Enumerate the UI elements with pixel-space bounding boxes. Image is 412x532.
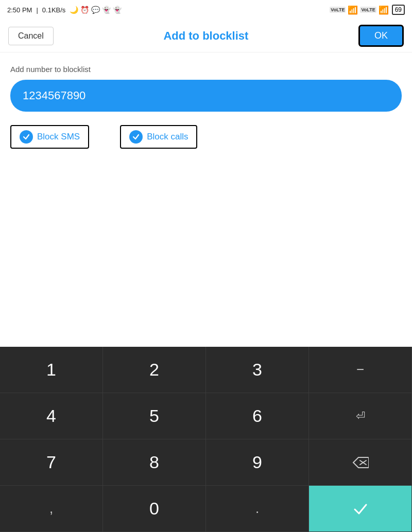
key-comma[interactable]: ,	[0, 486, 103, 532]
key-return[interactable]: ⏎	[309, 393, 412, 439]
status-time-speed: 2:50 PM | 0.1KB/s 🌙 ⏰ 💬 👻 👻	[7, 6, 122, 14]
number-input[interactable]	[10, 80, 402, 112]
key-8[interactable]: 8	[103, 439, 206, 486]
key-period[interactable]: .	[206, 486, 309, 532]
key-minus[interactable]: −	[309, 347, 412, 393]
key-delete[interactable]	[309, 439, 412, 486]
keyboard-grid: 1 2 3 − 4 5 6 ⏎ 7 8 9 , 0 .	[0, 347, 412, 532]
key-3[interactable]: 3	[206, 347, 309, 393]
status-icons: 🌙 ⏰ 💬 👻 👻	[70, 6, 122, 14]
key-5[interactable]: 5	[103, 393, 206, 439]
status-separator: |	[36, 6, 38, 14]
volte-badge-2: VoLTE	[360, 7, 376, 13]
key-1[interactable]: 1	[0, 347, 103, 393]
status-bar: 2:50 PM | 0.1KB/s 🌙 ⏰ 💬 👻 👻 VoLTE 📶 VoLT…	[0, 0, 412, 20]
signal-bars-1: 📶	[348, 5, 358, 15]
cancel-button[interactable]: Cancel	[8, 27, 54, 45]
main-content: Add number to blocklist Block SMS Block …	[0, 52, 412, 157]
page-title: Add to blocklist	[163, 29, 248, 43]
block-sms-check-icon	[20, 130, 33, 144]
block-calls-checkbox[interactable]: Block calls	[120, 125, 197, 149]
block-sms-checkbox[interactable]: Block SMS	[10, 125, 89, 149]
signal-bars-2: 📶	[379, 5, 389, 15]
key-0[interactable]: 0	[103, 486, 206, 532]
keyboard: 1 2 3 − 4 5 6 ⏎ 7 8 9 , 0 .	[0, 347, 412, 532]
block-calls-check-icon	[129, 130, 143, 144]
key-4[interactable]: 4	[0, 393, 103, 439]
status-right: VoLTE 📶 VoLTE 📶 69	[330, 5, 405, 15]
key-9[interactable]: 9	[206, 439, 309, 486]
block-sms-label: Block SMS	[37, 132, 80, 142]
status-speed: 0.1KB/s	[42, 6, 66, 14]
status-time: 2:50 PM	[7, 6, 32, 14]
checkbox-row: Block SMS Block calls	[10, 125, 402, 149]
header: Cancel Add to blocklist OK	[0, 20, 412, 52]
battery-indicator: 69	[392, 5, 405, 15]
key-7[interactable]: 7	[0, 439, 103, 486]
key-2[interactable]: 2	[103, 347, 206, 393]
volte-badge-1: VoLTE	[330, 7, 346, 13]
add-number-label: Add number to blocklist	[10, 65, 402, 74]
ok-button[interactable]: OK	[358, 25, 404, 47]
key-confirm[interactable]	[309, 486, 412, 532]
block-calls-label: Block calls	[147, 132, 188, 142]
key-6[interactable]: 6	[206, 393, 309, 439]
